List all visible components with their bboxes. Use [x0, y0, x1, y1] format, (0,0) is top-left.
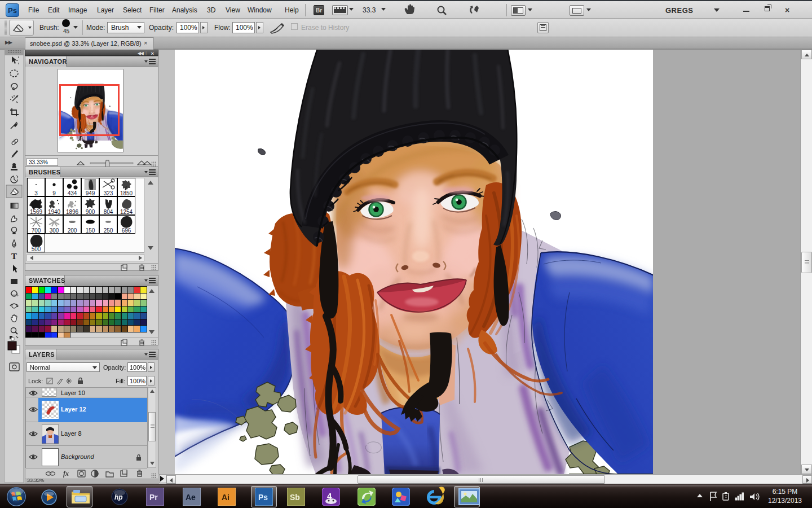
svg-text:Ae: Ae — [186, 493, 196, 502]
svg-text:Pr: Pr — [149, 493, 158, 502]
svg-text:T: T — [11, 252, 17, 261]
svg-text:fx: fx — [63, 470, 69, 478]
svg-text:Ps: Ps — [258, 493, 268, 502]
svg-text:Sb: Sb — [290, 493, 300, 502]
svg-text:Ai: Ai — [222, 493, 230, 502]
